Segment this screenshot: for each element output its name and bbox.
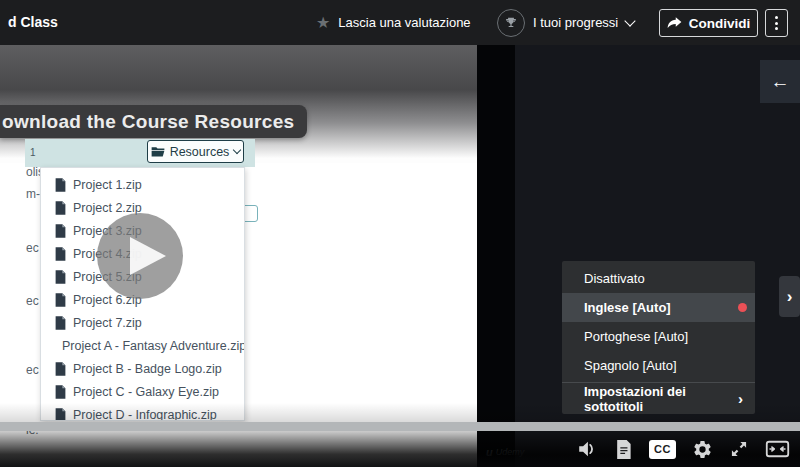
caption-option-off[interactable]: Disattivato (562, 264, 755, 293)
resources-label: Resources (170, 145, 230, 159)
expand-icon (729, 439, 749, 459)
kebab-dot (775, 16, 778, 19)
folder-icon (151, 146, 165, 157)
caption-option-english[interactable]: Inglese [Auto] (562, 293, 755, 322)
leave-rating-button[interactable]: ★ Lascia una valutazione (316, 0, 471, 45)
caption-settings-item[interactable]: Impostazioni dei sottotitoli › (562, 382, 755, 414)
star-icon: ★ (316, 15, 330, 31)
file-icon (55, 247, 66, 261)
volume-icon (576, 438, 598, 460)
captions-button[interactable]: CC (649, 440, 676, 459)
caption-settings-label: Impostazioni dei sottotitoli (584, 384, 738, 414)
kebab-dot (775, 27, 778, 30)
leave-rating-label: Lascia una valutazione (338, 15, 470, 30)
more-options-button[interactable] (765, 9, 788, 37)
player-controls: CC (576, 436, 790, 462)
trophy-icon (497, 9, 525, 37)
video-text-fragment: m- (26, 187, 40, 201)
file-icon (55, 316, 66, 330)
your-progress-label: I tuoi progressi (533, 15, 618, 30)
file-icon (55, 178, 66, 192)
chevron-down-icon (233, 146, 241, 154)
caption-option-portuguese[interactable]: Portoghese [Auto] (562, 322, 755, 351)
video-player: ownload the Course Resources 1 Resources… (0, 45, 800, 467)
sidebar-expand-button[interactable]: › (779, 276, 800, 317)
chevron-down-icon (625, 15, 636, 26)
resources-dropdown-button: Resources (147, 140, 244, 163)
file-icon (55, 224, 66, 238)
video-text-fragment: ec (26, 363, 39, 377)
play-button-overlay[interactable] (97, 213, 183, 299)
back-arrow-icon: ← (771, 71, 790, 93)
caption-option-label: Portoghese [Auto] (584, 329, 688, 344)
udemy-course-player: d Class ★ Lascia una valutazione I tuoi … (0, 0, 800, 467)
exit-expanded-view-button[interactable] (765, 439, 790, 459)
play-icon (97, 213, 183, 299)
video-text-fragment: ec (26, 294, 39, 308)
file-name: Project C - Galaxy Eye.zip (73, 385, 219, 399)
file-list-item: Project 7.zip (55, 312, 244, 335)
slide-title: ownload the Course Resources (2, 111, 294, 132)
slide-title-band: ownload the Course Resources (0, 105, 307, 138)
file-icon (55, 270, 66, 284)
transcript-icon (614, 439, 633, 460)
chevron-right-icon: › (787, 287, 793, 307)
file-list-item: Project A - Fantasy Adventure.zip (55, 335, 244, 358)
volume-button[interactable] (576, 438, 598, 460)
file-name: Project 7.zip (73, 316, 142, 330)
file-list-item: Project 1.zip (55, 173, 244, 196)
file-list-item: Project B - Badge Logo.zip (55, 358, 244, 381)
video-text-fragment: ec (26, 241, 39, 255)
file-name: Project B - Badge Logo.zip (73, 362, 222, 376)
file-icon (55, 362, 66, 376)
gear-icon (692, 439, 713, 460)
course-title: d Class (8, 14, 58, 30)
file-name: Project A - Fantasy Adventure.zip (62, 339, 245, 353)
file-icon (55, 293, 66, 307)
caption-option-spanish[interactable]: Spagnolo [Auto] (562, 351, 755, 380)
fullscreen-button[interactable] (729, 439, 749, 459)
captions-menu: Disattivato Inglese [Auto] Portoghese [A… (562, 261, 755, 414)
active-caption-dot (738, 303, 747, 312)
cc-icon: CC (649, 440, 676, 459)
video-progress-bar[interactable] (0, 422, 800, 431)
file-icon (55, 201, 66, 215)
back-button[interactable]: ← (760, 60, 800, 103)
video-text-fragment: 1 (30, 147, 36, 158)
settings-button[interactable] (692, 439, 713, 460)
caption-option-label: Inglese [Auto] (584, 300, 671, 315)
file-icon (55, 385, 66, 399)
caption-option-label: Disattivato (584, 271, 645, 286)
share-label: Condividi (689, 16, 751, 31)
kebab-dot (775, 22, 778, 25)
exit-theater-icon (765, 439, 790, 459)
caption-option-label: Spagnolo [Auto] (584, 358, 677, 373)
your-progress-dropdown[interactable]: I tuoi progressi (497, 0, 634, 45)
file-name: Project 1.zip (73, 178, 142, 192)
share-icon (667, 17, 682, 30)
chevron-right-icon: › (738, 390, 743, 407)
top-bar: d Class ★ Lascia una valutazione I tuoi … (0, 0, 800, 45)
file-list-item: Project C - Galaxy Eye.zip (55, 381, 244, 404)
transcript-button[interactable] (614, 439, 633, 460)
share-button[interactable]: Condividi (659, 9, 758, 37)
